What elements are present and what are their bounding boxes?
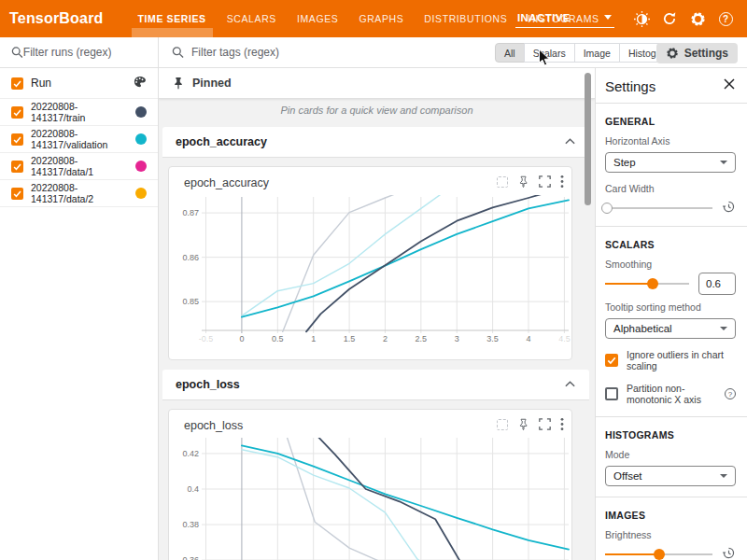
run-row[interactable]: 20220808-141317/validation	[0, 126, 158, 153]
svg-text:0.86: 0.86	[182, 253, 199, 262]
horizontal-axis-select[interactable]: Step	[605, 152, 736, 173]
run-color-dot[interactable]	[135, 133, 147, 145]
reload-icon[interactable]	[661, 10, 678, 27]
reload-status-select[interactable]: INACTIVE	[515, 10, 614, 28]
pin-icon[interactable]	[517, 175, 529, 188]
horizontal-axis-label: Horizontal Axis	[605, 135, 736, 147]
mouse-cursor	[538, 49, 551, 67]
svg-text:3.5: 3.5	[486, 334, 499, 343]
histogram-mode-select[interactable]: Offset	[605, 466, 736, 486]
settings-panel: Settings GENERAL Horizontal Axis Step Ca…	[595, 68, 747, 560]
scrollbar-thumb[interactable]	[585, 73, 591, 205]
card-width-slider[interactable]	[605, 203, 712, 214]
fit-domain-icon[interactable]	[497, 419, 508, 430]
smoothing-slider[interactable]	[605, 278, 689, 289]
tag-filter-input[interactable]	[191, 46, 452, 59]
tooltip-sort-value: Alphabetical	[613, 323, 672, 334]
close-icon[interactable]	[723, 77, 736, 94]
reset-icon[interactable]	[722, 546, 736, 560]
brightness-toggle-icon[interactable]	[633, 10, 650, 27]
svg-text:4: 4	[527, 334, 531, 343]
tooltip-sort-select[interactable]: Alphabetical	[605, 318, 736, 339]
card-title: epoch_accuracy	[184, 176, 269, 189]
svg-text:1.5: 1.5	[344, 334, 356, 343]
settings-button[interactable]: Settings	[656, 43, 738, 63]
divider	[596, 497, 747, 497]
chevron-up-icon[interactable]	[564, 376, 576, 393]
ignore-outliers-row[interactable]: Ignore outliers in chart scaling	[605, 349, 736, 371]
partition-x-checkbox[interactable]	[605, 387, 618, 400]
smoothing-value: 0.6	[706, 278, 721, 289]
pinned-title: Pinned	[192, 77, 232, 90]
reset-icon[interactable]	[722, 200, 736, 217]
card-title: epoch_loss	[184, 419, 243, 432]
more-icon[interactable]	[560, 175, 564, 189]
svg-text:0.4: 0.4	[187, 484, 199, 494]
tab-images[interactable]: IMAGES	[287, 0, 348, 37]
svg-text:0.42: 0.42	[182, 449, 199, 458]
palette-icon[interactable]	[133, 75, 147, 92]
svg-text:0.87: 0.87	[182, 208, 199, 217]
smoothing-label: Smoothing	[605, 259, 736, 270]
tab-distributions[interactable]: DISTRIBUTIONS	[414, 0, 517, 37]
scalar-card-epoch-accuracy: epoch_accuracy 0.850.860.87-0.500.51	[168, 166, 572, 360]
filter-button-all[interactable]: All	[495, 43, 525, 63]
fullscreen-icon[interactable]	[539, 418, 551, 430]
settings-button-label: Settings	[684, 47, 728, 60]
run-name: 20220808-141317/data/2	[31, 182, 93, 204]
section-header-epoch-loss[interactable]: epoch_loss	[162, 370, 589, 400]
run-name: 20220808-141317/data/1	[31, 155, 93, 177]
scalar-card-epoch-loss: epoch_loss 0.420.40.380.36	[168, 409, 572, 560]
help-icon: ?	[725, 388, 736, 399]
filter-button-image[interactable]: Image	[574, 43, 620, 63]
line-chart-epoch-accuracy[interactable]: 0.850.860.87-0.500.511.522.533.544.5	[169, 195, 573, 348]
chevron-up-icon[interactable]	[564, 133, 576, 150]
run-checkbox[interactable]	[11, 188, 23, 200]
svg-text:0.36: 0.36	[182, 555, 199, 560]
line-chart-epoch-loss[interactable]: 0.420.40.380.36	[169, 438, 573, 560]
run-color-dot[interactable]	[135, 188, 147, 199]
tab-time-series[interactable]: TIME SERIES	[128, 0, 217, 37]
fit-domain-icon[interactable]	[497, 176, 508, 188]
run-name: 20220808-141317/validation	[31, 128, 107, 150]
run-row[interactable]: 20220808-141317/data/2	[0, 180, 158, 207]
divider	[596, 226, 747, 227]
partition-x-row[interactable]: Partition non-monotonic X axis ?	[605, 383, 736, 405]
fullscreen-icon[interactable]	[539, 175, 551, 188]
card-actions	[487, 417, 564, 431]
tab-graphs[interactable]: GRAPHS	[348, 0, 414, 37]
run-filter-input[interactable]	[23, 46, 150, 59]
card-actions	[487, 175, 564, 189]
run-color-dot[interactable]	[135, 161, 147, 172]
run-row[interactable]: 20220808-141317/train	[0, 99, 158, 126]
smoothing-value-input[interactable]: 0.6	[698, 273, 736, 295]
run-checkbox[interactable]	[11, 106, 23, 119]
svg-text:0.85: 0.85	[182, 297, 199, 306]
tab-scalars[interactable]: SCALARS	[217, 0, 287, 37]
brightness-slider[interactable]	[605, 549, 712, 560]
horizontal-axis-value: Step	[613, 157, 636, 168]
section-title: epoch_accuracy	[176, 135, 267, 148]
help-icon[interactable]: ?	[717, 10, 734, 27]
partition-x-label: Partition non-monotonic X axis	[627, 383, 721, 405]
gear-icon[interactable]	[689, 10, 706, 27]
pin-icon[interactable]	[517, 418, 529, 430]
section-header-epoch-accuracy[interactable]: epoch_accuracy	[162, 127, 589, 158]
dashboard-content: Pinned Pin cards for a quick view and co…	[159, 68, 595, 560]
ignore-outliers-label: Ignore outliers in chart scaling	[627, 349, 736, 371]
run-checkbox[interactable]	[11, 133, 23, 146]
card-width-label: Card Width	[605, 183, 736, 194]
svg-text:0.5: 0.5	[272, 334, 284, 343]
settings-panel-title: Settings	[605, 78, 655, 94]
run-color-dot[interactable]	[135, 106, 147, 118]
run-checkbox[interactable]	[11, 161, 23, 173]
run-row[interactable]: 20220808-141317/data/1	[0, 153, 158, 180]
tensorboard-logo: TensorBoard	[9, 10, 104, 27]
more-icon[interactable]	[560, 417, 564, 431]
ignore-outliers-checkbox[interactable]	[605, 354, 618, 367]
tooltip-sort-label: Tooltip sorting method	[605, 301, 736, 313]
runs-column-header: Run	[31, 77, 51, 90]
svg-text:1: 1	[311, 334, 316, 343]
select-all-runs-checkbox[interactable]	[11, 77, 23, 90]
svg-text:4.5: 4.5	[558, 334, 571, 343]
